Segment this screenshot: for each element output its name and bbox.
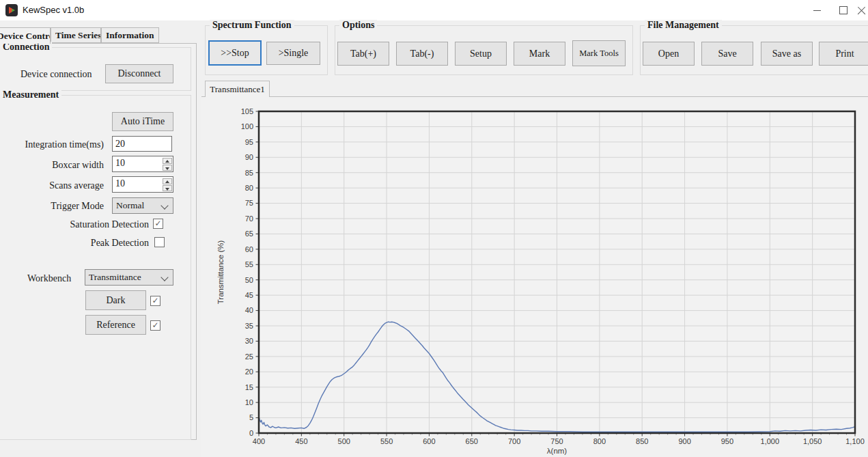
y-tick-label: 80: [245, 184, 253, 192]
device-control-panel: Connection Device connection Disconnect …: [0, 43, 197, 440]
x-tick-label: 1,050: [803, 437, 822, 445]
scans-average-value: 10: [115, 178, 125, 189]
y-tick-label: 25: [245, 352, 253, 361]
window-title: KewSpec v1.0b: [23, 5, 84, 15]
x-tick-label: 1,000: [761, 437, 780, 445]
peak-detection-checkbox[interactable]: [154, 237, 165, 247]
x-tick-label: 750: [550, 437, 563, 445]
boxcar-width-stepper[interactable]: 10: [112, 156, 173, 172]
x-tick-label: 900: [678, 437, 690, 445]
boxcar-width-value: 10: [115, 158, 125, 169]
minimize-button[interactable]: [802, 0, 831, 20]
y-tick-label: 105: [241, 107, 253, 115]
app-window: KewSpec v1.0b Device Control Time Series…: [0, 0, 868, 457]
reference-button[interactable]: Reference: [85, 315, 146, 335]
y-axis-title: Transmittance (%): [216, 240, 225, 305]
y-tick-label: 90: [245, 153, 253, 161]
saturation-detection-label: Saturation Detection: [3, 219, 149, 230]
x-tick-label: 450: [295, 437, 307, 445]
save-button[interactable]: Save: [701, 42, 753, 66]
y-tick-label: 95: [245, 138, 253, 146]
scans-spin-buttons: [162, 178, 172, 191]
single-button[interactable]: >Single: [266, 42, 320, 65]
y-tick-label: 45: [245, 291, 253, 299]
stop-button[interactable]: >>Stop: [208, 40, 262, 66]
y-tick-label: 55: [245, 260, 253, 268]
x-tick-label: 700: [508, 437, 520, 445]
y-tick-label: 10: [245, 398, 253, 406]
integration-time-label: Integration time(ms): [3, 139, 104, 150]
y-tick-label: 75: [245, 199, 253, 207]
spin-up-icon[interactable]: [163, 158, 172, 164]
x-tick-label: 800: [593, 437, 606, 445]
tab-time-series[interactable]: Time Series: [51, 27, 101, 43]
mark-button[interactable]: Mark: [514, 42, 565, 66]
y-tick-label: 70: [245, 214, 253, 223]
mark-tools-button[interactable]: Mark Tools: [572, 40, 626, 66]
auto-itime-button[interactable]: Auto iTime: [112, 112, 173, 131]
setup-button[interactable]: Setup: [455, 42, 507, 66]
device-connection-label: Device connection: [20, 69, 92, 80]
close-icon: [857, 6, 866, 15]
peak-detection-label: Peak Detection: [3, 238, 149, 249]
y-tick-label: 40: [245, 306, 253, 314]
boxcar-spin-buttons: [162, 157, 172, 171]
trigger-mode-select[interactable]: Normal: [112, 197, 173, 214]
reference-checkbox[interactable]: [150, 320, 160, 331]
spin-down-icon[interactable]: [163, 165, 172, 171]
dark-button[interactable]: Dark: [85, 290, 146, 310]
y-tick-label: 60: [245, 245, 253, 253]
spin-up-icon[interactable]: [163, 178, 172, 184]
y-tick-label: 0: [249, 429, 253, 437]
y-tick-label: 35: [245, 322, 253, 330]
app-logo-icon: [5, 4, 18, 16]
y-tick-label: 15: [245, 383, 253, 391]
boxcar-width-label: Boxcar width: [3, 160, 104, 171]
title-bar: KewSpec v1.0b: [0, 0, 868, 20]
y-tick-label: 65: [245, 230, 253, 238]
chevron-down-icon: [160, 273, 168, 281]
scans-average-stepper[interactable]: 10: [112, 176, 173, 193]
y-tick-label: 5: [249, 413, 253, 421]
tab-plus-button[interactable]: Tab(+): [337, 42, 389, 66]
spectrum-function-caption: Spectrum Function: [210, 20, 294, 31]
y-tick-label: 100: [241, 122, 253, 130]
disconnect-button[interactable]: Disconnect: [105, 64, 173, 83]
scans-average-label: Scans average: [3, 180, 104, 191]
x-tick-label: 500: [338, 437, 350, 445]
workbench-label: Workbench: [27, 273, 71, 284]
minimize-icon: [813, 10, 821, 11]
x-tick-label: 550: [380, 437, 393, 445]
spin-down-icon[interactable]: [163, 185, 172, 191]
x-tick-label: 650: [466, 437, 478, 445]
options-group: Options Tab(+) Tab(-) Setup Mark Mark To…: [335, 25, 633, 75]
tab-device-control[interactable]: Device Control: [0, 27, 51, 44]
file-management-caption: File Management: [645, 20, 722, 31]
saturation-detection-checkbox[interactable]: [153, 219, 163, 229]
tab-transmittance1[interactable]: Transmittance1: [205, 81, 270, 97]
save-as-button[interactable]: Save as: [761, 42, 813, 66]
trigger-mode-label: Trigger Mode: [3, 201, 104, 212]
x-tick-label: 850: [636, 437, 648, 445]
workbench-select[interactable]: Transmittance: [85, 269, 173, 286]
close-button[interactable]: [847, 0, 868, 20]
open-button[interactable]: Open: [643, 42, 695, 66]
y-tick-label: 85: [245, 169, 253, 177]
y-tick-label: 50: [245, 276, 253, 284]
measurement-group: Measurement Auto iTime Integration time(…: [0, 95, 191, 440]
integration-time-input[interactable]: [112, 136, 172, 152]
transmittance-chart: 4004505005506006507007508008509009501,00…: [205, 100, 868, 457]
file-management-group: File Management Open Save Save as Print: [640, 25, 868, 75]
tab-minus-button[interactable]: Tab(-): [396, 42, 448, 66]
dark-checkbox[interactable]: [150, 296, 160, 306]
x-tick-label: 1,100: [845, 437, 865, 445]
connection-group: Connection Device connection Disconnect: [0, 47, 191, 91]
spectrum-function-group: Spectrum Function >>Stop >Single: [205, 25, 328, 75]
x-tick-label: 950: [721, 437, 733, 445]
x-tick-label: 600: [423, 437, 435, 445]
options-caption: Options: [339, 20, 377, 31]
print-button[interactable]: Print: [819, 42, 868, 66]
tab-information[interactable]: Information: [101, 27, 159, 43]
trigger-mode-value: Normal: [116, 200, 144, 211]
workbench-value: Transmittance: [89, 272, 141, 283]
